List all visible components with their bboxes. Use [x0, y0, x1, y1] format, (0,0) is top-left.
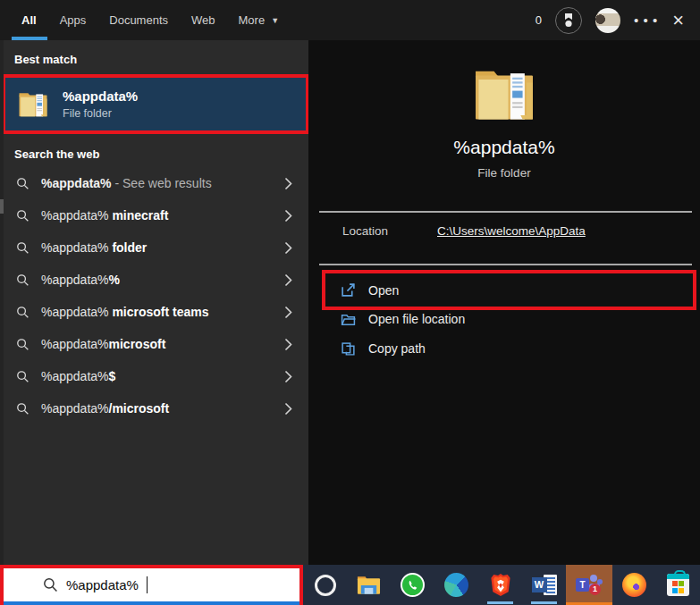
copy-path-label: Copy path — [368, 341, 426, 356]
search-icon — [43, 577, 58, 592]
chevron-right-icon — [284, 338, 292, 351]
close-icon[interactable]: × — [672, 11, 684, 30]
chevron-right-icon — [284, 209, 292, 223]
search-icon — [16, 306, 30, 319]
teams-icon[interactable]: T 1 — [566, 565, 612, 605]
whatsapp-icon[interactable] — [391, 565, 434, 605]
teams-notification-badge: 1 — [589, 584, 601, 595]
text-cursor — [147, 576, 148, 593]
annotation-box-open: Open — [322, 270, 696, 310]
edge-icon[interactable] — [434, 565, 478, 605]
chevron-right-icon — [284, 241, 292, 255]
suggestion-see-web-results[interactable]: %appdata% - See web results — [0, 167, 308, 199]
teams-avatar-dot — [590, 575, 597, 582]
preview-title: %appdata% — [308, 137, 700, 158]
microsoft-store-icon[interactable] — [656, 565, 700, 605]
chevron-right-icon — [284, 306, 292, 319]
suggestion-percent[interactable]: %appdata%% — [0, 264, 308, 296]
file-explorer-glyph — [357, 575, 381, 596]
open-external-icon — [341, 282, 356, 298]
chevron-right-icon — [284, 177, 292, 190]
location-row: Location C:\Users\welcome\AppData — [342, 224, 689, 238]
more-options-icon[interactable]: • • • — [634, 13, 659, 28]
copy-icon — [341, 341, 356, 357]
topbar-actions: 0 • • • × — [536, 7, 684, 34]
best-match-title: %appdata% — [63, 88, 138, 104]
copy-path-action[interactable]: Copy path — [308, 335, 700, 362]
best-match-header: Best match — [0, 51, 308, 69]
suggestion-dollar[interactable]: %appdata%$ — [0, 360, 308, 392]
suggestion-slash-microsoft[interactable]: %appdata%/microsoft — [0, 392, 308, 424]
tab-more-label: More — [239, 13, 266, 27]
chevron-right-icon — [284, 402, 292, 416]
preview-subtitle: File folder — [308, 166, 700, 180]
annotation-box-search: %appdata% — [0, 565, 303, 605]
tab-apps[interactable]: Apps — [60, 0, 87, 40]
preview-panel: %appdata% File folder Location C:\Users\… — [308, 40, 700, 565]
search-query-text: %appdata% — [66, 577, 139, 592]
divider — [319, 211, 692, 213]
best-match-text: %appdata% File folder — [63, 88, 138, 120]
rewards-medal-icon[interactable] — [555, 7, 582, 34]
windows-search-flyout: All Apps Documents Web More▼ 0 • • • × B… — [0, 0, 700, 605]
open-file-location-action[interactable]: Open file location — [308, 306, 700, 332]
user-avatar[interactable] — [595, 8, 620, 33]
cortana-icon[interactable] — [303, 565, 347, 605]
best-match-subtitle: File folder — [63, 107, 138, 120]
location-link[interactable]: C:\Users\welcome\AppData — [437, 224, 586, 238]
preview-header: %appdata% File folder — [308, 40, 700, 180]
suggestion-minecraft[interactable]: %appdata% minecraft — [0, 199, 308, 231]
brave-icon[interactable] — [478, 565, 522, 605]
open-action[interactable]: Open — [325, 273, 693, 307]
search-icon — [16, 177, 30, 190]
tab-all-label: All — [21, 13, 37, 27]
open-file-location-label: Open file location — [368, 312, 465, 326]
suggestion-microsoft-teams[interactable]: %appdata% microsoft teams — [0, 296, 308, 328]
search-icon — [16, 402, 30, 416]
search-input[interactable]: %appdata% — [4, 568, 299, 605]
tab-more[interactable]: More▼ — [239, 0, 280, 40]
chevron-right-icon — [284, 273, 292, 287]
tab-web[interactable]: Web — [191, 0, 215, 40]
folder-outline-icon — [341, 312, 356, 327]
file-explorer-icon[interactable] — [347, 565, 391, 605]
search-icon — [16, 241, 30, 255]
web-suggestions-list: %appdata% - See web results %appdata% mi… — [0, 167, 308, 424]
results-scrollbar[interactable] — [0, 40, 4, 565]
chevron-right-icon — [284, 370, 292, 383]
tab-documents[interactable]: Documents — [109, 0, 168, 40]
bottom-bar: %appdata% — [0, 565, 700, 605]
medal-glyph — [562, 13, 575, 28]
search-filter-bar: All Apps Documents Web More▼ 0 • • • × — [0, 0, 700, 40]
location-label: Location — [342, 224, 437, 238]
tab-all[interactable]: All — [21, 0, 37, 40]
word-icon[interactable]: W — [522, 565, 566, 605]
divider — [319, 264, 692, 265]
rewards-count: 0 — [536, 13, 542, 27]
search-icon — [16, 370, 30, 383]
tab-documents-label: Documents — [109, 13, 168, 27]
search-the-web-header: Search the web — [0, 146, 308, 164]
tab-apps-label: Apps — [60, 13, 87, 27]
brave-glyph — [490, 573, 511, 597]
search-icon — [16, 209, 30, 223]
suggestion-folder[interactable]: %appdata% folder — [0, 231, 308, 264]
best-match-result[interactable]: %appdata% File folder — [5, 78, 306, 130]
firefox-icon[interactable] — [612, 565, 656, 605]
annotation-box-best-match: %appdata% File folder — [2, 74, 309, 134]
open-action-label: Open — [368, 283, 399, 298]
search-icon — [16, 273, 30, 287]
taskbar: W T 1 — [303, 565, 700, 605]
tab-web-label: Web — [191, 13, 215, 27]
suggestion-microsoft[interactable]: %appdata%microsoft — [0, 328, 308, 360]
results-panel: Best match %appdata% — [0, 40, 308, 565]
search-icon — [16, 338, 30, 351]
folder-icon — [17, 90, 49, 118]
chevron-down-icon: ▼ — [271, 16, 279, 25]
folder-icon-large — [470, 65, 538, 122]
filter-tabs: All Apps Documents Web More▼ — [21, 0, 279, 40]
